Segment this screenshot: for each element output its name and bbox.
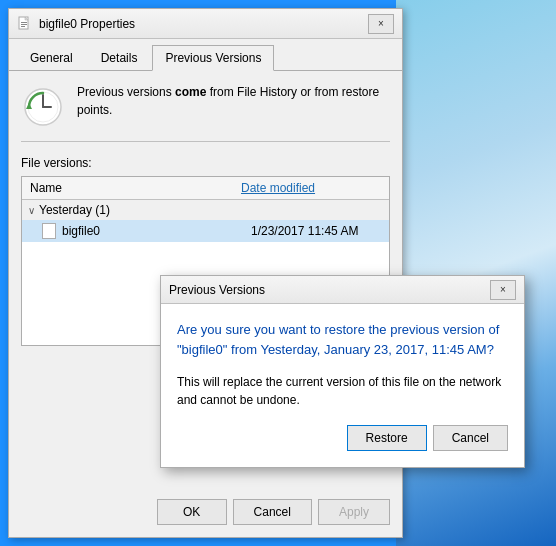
col-header-date[interactable]: Date modified (241, 181, 381, 195)
cancel-button[interactable]: Cancel (233, 499, 312, 525)
info-text-bold: come (172, 85, 207, 99)
file-icon (42, 223, 56, 239)
main-title-bar: bigfile0 Properties × (9, 9, 402, 39)
file-name: bigfile0 (62, 224, 245, 238)
file-properties-icon (17, 16, 33, 32)
dialog-question-text: Are you sure you want to restore the pre… (177, 320, 508, 359)
ok-button[interactable]: OK (157, 499, 227, 525)
tab-general[interactable]: General (17, 45, 86, 70)
dialog-close-button[interactable]: × (490, 280, 516, 300)
dialog-title: Previous Versions (169, 283, 265, 297)
info-description: Previous versions come from File History… (77, 83, 390, 119)
info-text-part1: Previous versions (77, 85, 172, 99)
tab-previous-versions[interactable]: Previous Versions (152, 45, 274, 71)
dialog-title-bar: Previous Versions × (161, 276, 524, 304)
bottom-buttons: OK Cancel Apply (157, 499, 390, 525)
svg-rect-3 (21, 24, 27, 25)
info-row: Previous versions come from File History… (21, 83, 390, 142)
dialog-buttons: Restore Cancel (177, 425, 508, 451)
restore-button[interactable]: Restore (347, 425, 427, 451)
tab-details[interactable]: Details (88, 45, 151, 70)
dialog-content: Are you sure you want to restore the pre… (161, 304, 524, 467)
dialog-cancel-button[interactable]: Cancel (433, 425, 508, 451)
file-versions-label: File versions: (21, 156, 390, 170)
table-header: Name Date modified (22, 177, 389, 200)
title-bar-buttons: × (368, 14, 394, 34)
confirm-restore-dialog: Previous Versions × Are you sure you wan… (160, 275, 525, 468)
apply-button[interactable]: Apply (318, 499, 390, 525)
clock-history-icon (21, 85, 65, 129)
main-window-title: bigfile0 Properties (39, 17, 135, 31)
file-row-bigfile0[interactable]: bigfile0 1/23/2017 11:45 AM (22, 220, 389, 242)
group-label: Yesterday (1) (39, 203, 110, 217)
svg-rect-2 (21, 22, 27, 23)
svg-rect-4 (21, 26, 25, 27)
tab-bar: General Details Previous Versions (9, 39, 402, 71)
group-yesterday[interactable]: ∨ Yesterday (1) (22, 200, 389, 220)
file-date: 1/23/2017 11:45 AM (251, 224, 381, 238)
dialog-info-text: This will replace the current version of… (177, 373, 508, 409)
chevron-down-icon: ∨ (28, 205, 35, 216)
close-button[interactable]: × (368, 14, 394, 34)
col-header-name: Name (30, 181, 241, 195)
title-bar-left: bigfile0 Properties (17, 16, 135, 32)
